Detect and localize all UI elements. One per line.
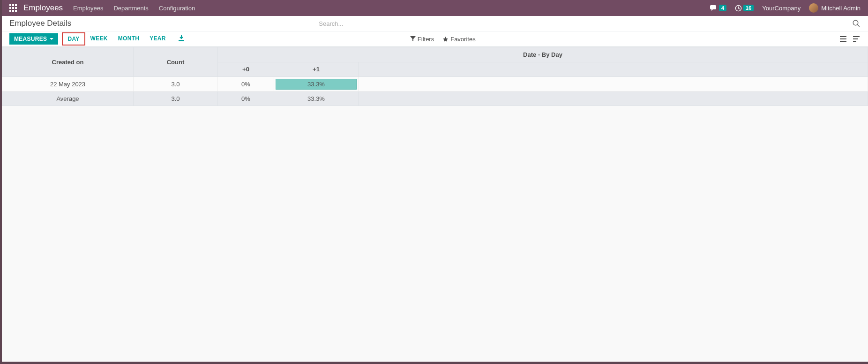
- download-button[interactable]: [178, 35, 185, 43]
- caret-down-icon: [50, 38, 53, 40]
- avatar: [809, 3, 818, 13]
- col-created-on: Created on: [2, 47, 134, 77]
- period-tabs: DAY WEEK MONTH YEAR: [62, 32, 171, 46]
- table-row[interactable]: 22 May 2023 3.0 0% 33.3%: [2, 77, 868, 91]
- search-input[interactable]: [315, 18, 848, 29]
- avg-count: 3.0: [134, 91, 218, 106]
- col-count: Count: [134, 47, 218, 77]
- messages-badge: 4: [719, 5, 726, 11]
- app-brand[interactable]: Employees: [23, 3, 63, 13]
- download-icon: [178, 35, 185, 42]
- search-icon[interactable]: [852, 19, 861, 28]
- table-average-row: Average 3.0 0% 33.3%: [2, 91, 868, 106]
- activities-badge: 16: [743, 5, 754, 11]
- avg-label: Average: [2, 91, 134, 106]
- svg-line-2: [857, 24, 860, 27]
- topbar: Employees Employees Departments Configur…: [2, 0, 868, 16]
- toolbar-row: MEASURES DAY WEEK MONTH YEAR Filters Fav…: [2, 31, 868, 47]
- nav-employees[interactable]: Employees: [73, 5, 103, 12]
- period-tab-week[interactable]: WEEK: [85, 32, 113, 46]
- col-day-0: +0: [218, 62, 274, 77]
- cell-created-on: 22 May 2023: [2, 77, 134, 91]
- filters-label: Filters: [418, 36, 434, 43]
- activities-button[interactable]: 16: [735, 5, 754, 12]
- header-row: Employee Details: [2, 16, 868, 31]
- page-title: Employee Details: [9, 19, 71, 28]
- col-group-date: Date - By Day: [218, 47, 868, 62]
- cell-d0: 0%: [218, 77, 274, 91]
- cohort-view-icon[interactable]: [852, 35, 861, 43]
- svg-point-1: [853, 20, 858, 25]
- measures-button[interactable]: MEASURES: [9, 33, 58, 45]
- star-icon: [442, 36, 449, 42]
- chat-icon: [710, 5, 718, 11]
- cell-d1: 33.3%: [274, 77, 359, 91]
- cell-d1-value: 33.3%: [276, 79, 357, 90]
- messages-button[interactable]: 4: [710, 5, 726, 11]
- user-name: Mitchell Admin: [821, 5, 861, 12]
- period-tab-month[interactable]: MONTH: [113, 32, 145, 46]
- col-day-rest: [359, 62, 868, 77]
- cohort-table-wrap: Created on Count Date - By Day +0 +1 22 …: [2, 47, 868, 106]
- favorites-button[interactable]: Favorites: [442, 36, 475, 43]
- nav-departments[interactable]: Departments: [113, 5, 148, 12]
- avg-d1: 33.3%: [274, 91, 359, 106]
- cell-rest: [359, 77, 868, 91]
- favorites-label: Favorites: [450, 36, 475, 43]
- col-day-1: +1: [274, 62, 359, 77]
- list-view-icon[interactable]: [839, 35, 847, 43]
- avg-rest: [359, 91, 868, 106]
- cohort-table: Created on Count Date - By Day +0 +1 22 …: [2, 47, 868, 106]
- user-menu[interactable]: Mitchell Admin: [809, 3, 861, 13]
- cell-count: 3.0: [134, 77, 218, 91]
- filters-button[interactable]: Filters: [410, 36, 434, 43]
- clock-icon: [735, 5, 742, 12]
- svg-rect-3: [179, 40, 184, 41]
- period-tab-year[interactable]: YEAR: [144, 32, 171, 46]
- measures-label: MEASURES: [14, 36, 47, 42]
- filter-icon: [410, 36, 416, 42]
- company-switcher[interactable]: YourCompany: [762, 5, 801, 12]
- nav-configuration[interactable]: Configuration: [159, 5, 195, 12]
- period-tab-day[interactable]: DAY: [62, 32, 85, 46]
- apps-icon[interactable]: [9, 4, 17, 12]
- avg-d0: 0%: [218, 91, 274, 106]
